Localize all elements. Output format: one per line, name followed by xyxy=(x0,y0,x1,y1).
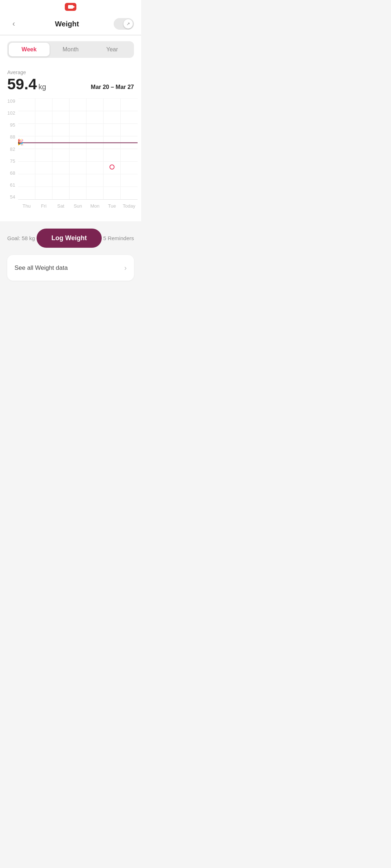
bottom-section: Goal: 58 kg Log Weight 5 Reminders See a… xyxy=(0,221,141,288)
page-title: Weight xyxy=(55,20,79,28)
log-weight-button[interactable]: Log Weight xyxy=(37,229,102,248)
x-label-thu: Thu xyxy=(18,203,35,209)
goal-text: Goal: 58 kg xyxy=(7,235,35,241)
average-value: 59.4 xyxy=(7,76,37,93)
action-row: Goal: 58 kg Log Weight 5 Reminders xyxy=(7,229,134,248)
svg-point-15 xyxy=(110,165,114,169)
y-label-109: 109 xyxy=(0,98,15,104)
x-label-tue: Tue xyxy=(104,203,121,209)
back-button[interactable]: ‹ xyxy=(7,17,20,30)
y-label-75: 75 xyxy=(0,158,15,164)
chart-svg: 🎉 xyxy=(18,98,138,199)
chart-area: 🎉 xyxy=(18,98,138,200)
x-axis: Thu Fri Sat Sun Mon Tue Today xyxy=(18,200,138,209)
y-label-95: 95 xyxy=(0,122,15,128)
chevron-right-icon: › xyxy=(124,264,127,272)
y-label-68: 68 xyxy=(0,170,15,176)
y-label-88: 88 xyxy=(0,134,15,140)
y-label-54: 54 xyxy=(0,194,15,200)
x-label-mon: Mon xyxy=(87,203,104,209)
chart-container: 109 102 95 88 82 75 68 61 54 xyxy=(0,95,141,221)
tab-year[interactable]: Year xyxy=(92,43,133,56)
back-arrow-icon: ‹ xyxy=(12,19,15,29)
toggle-knob: ↗ xyxy=(123,19,133,29)
status-bar xyxy=(0,0,141,13)
y-axis: 109 102 95 88 82 75 68 61 54 xyxy=(0,98,18,200)
reminders-text[interactable]: 5 Reminders xyxy=(103,235,134,241)
chart-wrapper: 109 102 95 88 82 75 68 61 54 xyxy=(0,98,141,214)
stats-section: Average 59.4 kg Mar 20 – Mar 27 xyxy=(0,64,141,95)
x-label-sat: Sat xyxy=(52,203,69,209)
trend-up-icon: ↗ xyxy=(126,21,130,26)
x-label-today: Today xyxy=(121,203,138,209)
date-range: Mar 20 – Mar 27 xyxy=(91,84,134,92)
x-label-sun: Sun xyxy=(69,203,86,209)
period-selector: Week Month Year xyxy=(0,35,141,64)
average-label: Average xyxy=(7,69,46,75)
average-block: Average 59.4 kg xyxy=(7,69,46,92)
recording-badge xyxy=(65,3,76,11)
y-label-102: 102 xyxy=(0,110,15,116)
average-unit: kg xyxy=(38,83,46,91)
x-label-fri: Fri xyxy=(35,203,52,209)
trend-toggle[interactable]: ↗ xyxy=(114,18,134,30)
see-all-card[interactable]: See all Weight data › xyxy=(7,255,134,281)
y-label-82: 82 xyxy=(0,146,15,152)
average-value-row: 59.4 kg xyxy=(7,77,46,92)
period-tabs: Week Month Year xyxy=(7,41,134,58)
goal-emoji: 🎉 xyxy=(18,139,24,146)
see-all-text: See all Weight data xyxy=(14,264,68,272)
y-label-61: 61 xyxy=(0,182,15,188)
tab-week[interactable]: Week xyxy=(9,43,50,56)
header: ‹ Weight ↗ xyxy=(0,13,141,35)
tab-month[interactable]: Month xyxy=(50,43,91,56)
